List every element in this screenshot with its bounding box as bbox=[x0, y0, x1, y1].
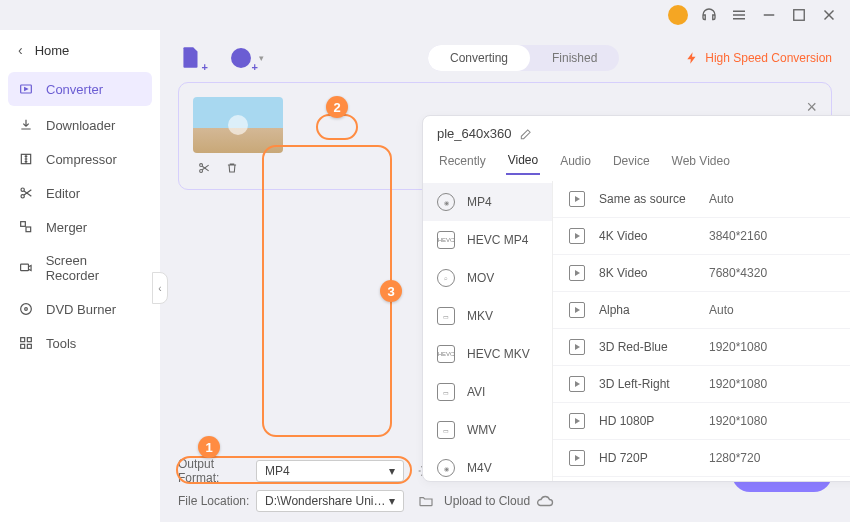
upload-cloud-label: Upload to Cloud bbox=[444, 494, 530, 508]
svg-point-10 bbox=[21, 188, 24, 191]
edit-title-icon[interactable] bbox=[519, 127, 533, 141]
converter-icon bbox=[18, 81, 34, 97]
format-hevc-mp4[interactable]: HEVCHEVC MP4 bbox=[423, 221, 552, 259]
support-icon[interactable] bbox=[700, 6, 718, 24]
popup-tab-video[interactable]: Video bbox=[506, 147, 540, 175]
format-icon: HEVC bbox=[437, 231, 455, 249]
resolution-row[interactable]: 4K Video3840*2160 bbox=[553, 218, 850, 255]
svg-point-11 bbox=[21, 195, 24, 198]
sidebar-label: Screen Recorder bbox=[46, 253, 142, 283]
sidebar-home[interactable]: ‹ Home bbox=[0, 36, 160, 64]
add-file-button[interactable]: + bbox=[178, 45, 204, 71]
svg-point-23 bbox=[200, 169, 203, 172]
open-folder-icon[interactable] bbox=[418, 493, 434, 509]
format-icon: ◉ bbox=[437, 193, 455, 211]
resolution-row[interactable]: 8K Video7680*4320 bbox=[553, 255, 850, 292]
sidebar-label: DVD Burner bbox=[46, 302, 116, 317]
format-m4v[interactable]: ◉M4V bbox=[423, 449, 552, 481]
menu-icon[interactable] bbox=[730, 6, 748, 24]
video-thumbnail[interactable] bbox=[193, 97, 283, 153]
merge-icon bbox=[18, 219, 34, 235]
sidebar-label: Compressor bbox=[46, 152, 117, 167]
resolution-row[interactable]: 3D Left-Right1920*1080 bbox=[553, 366, 850, 403]
resolution-row[interactable]: 3D Red-Blue1920*1080 bbox=[553, 329, 850, 366]
sidebar-item-dvd-burner[interactable]: DVD Burner bbox=[0, 292, 160, 326]
sidebar-item-merger[interactable]: Merger bbox=[0, 210, 160, 244]
chevron-down-icon: ▾ bbox=[389, 464, 395, 478]
sidebar-item-downloader[interactable]: Downloader bbox=[0, 108, 160, 142]
minimize-icon[interactable] bbox=[760, 6, 778, 24]
play-icon bbox=[569, 339, 585, 355]
svg-rect-20 bbox=[27, 344, 31, 348]
tab-finished[interactable]: Finished bbox=[530, 45, 619, 71]
svg-point-22 bbox=[200, 164, 203, 167]
titlebar bbox=[0, 0, 850, 30]
disc-icon bbox=[18, 301, 34, 317]
hsc-label: High Speed Conversion bbox=[705, 51, 832, 65]
play-icon bbox=[569, 376, 585, 392]
lightning-icon bbox=[685, 51, 699, 65]
sidebar-item-compressor[interactable]: Compressor bbox=[0, 142, 160, 176]
format-wmv[interactable]: ▭WMV bbox=[423, 411, 552, 449]
plus-icon: + bbox=[252, 61, 258, 73]
format-icon: HEVC bbox=[437, 345, 455, 363]
tab-converting[interactable]: Converting bbox=[428, 45, 530, 71]
cloud-icon[interactable] bbox=[536, 492, 554, 510]
grid-icon bbox=[18, 335, 34, 351]
sidebar-label: Converter bbox=[46, 82, 103, 97]
close-icon[interactable] bbox=[820, 6, 838, 24]
svg-rect-12 bbox=[21, 222, 26, 227]
resolution-row[interactable]: HD 1080P1920*1080 bbox=[553, 403, 850, 440]
sidebar-item-editor[interactable]: Editor bbox=[0, 176, 160, 210]
file-location-select[interactable]: D:\Wondershare UniConverter 1 ▾ bbox=[256, 490, 404, 512]
play-icon bbox=[569, 265, 585, 281]
step-2-badge: 2 bbox=[326, 96, 348, 118]
resolution-row[interactable]: AlphaAuto bbox=[553, 292, 850, 329]
sidebar-label: Merger bbox=[46, 220, 87, 235]
home-label: Home bbox=[35, 43, 70, 58]
format-hevc-mkv[interactable]: HEVCHEVC MKV bbox=[423, 335, 552, 373]
svg-rect-18 bbox=[27, 338, 31, 342]
format-mp4[interactable]: ◉MP4 bbox=[423, 183, 552, 221]
plus-icon: + bbox=[202, 61, 208, 73]
file-name: ple_640x360 bbox=[437, 126, 511, 141]
trash-icon[interactable] bbox=[225, 161, 239, 175]
sidebar-item-converter[interactable]: Converter bbox=[8, 72, 152, 106]
sidebar-label: Editor bbox=[46, 186, 80, 201]
play-icon bbox=[569, 450, 585, 466]
sidebar-item-screen-recorder[interactable]: Screen Recorder bbox=[0, 244, 160, 292]
status-segmented: Converting Finished bbox=[428, 45, 619, 71]
format-icon: ▭ bbox=[437, 421, 455, 439]
output-format-label: Output Format: bbox=[178, 457, 256, 485]
high-speed-toggle[interactable]: High Speed Conversion bbox=[685, 51, 832, 65]
popup-tab-recently[interactable]: Recently bbox=[437, 148, 488, 174]
file-location-label: File Location: bbox=[178, 494, 256, 508]
step-3-badge: 3 bbox=[380, 280, 402, 302]
resolution-row[interactable]: Same as sourceAuto bbox=[553, 181, 850, 218]
sidebar-item-tools[interactable]: Tools bbox=[0, 326, 160, 360]
scissors-icon bbox=[18, 185, 34, 201]
resolution-row[interactable]: HD 720P1280*720 bbox=[553, 440, 850, 477]
svg-rect-19 bbox=[21, 344, 25, 348]
format-popup: ple_640x360 Recently Video Audio Device … bbox=[422, 115, 850, 482]
format-mov[interactable]: ⌕MOV bbox=[423, 259, 552, 297]
maximize-icon[interactable] bbox=[790, 6, 808, 24]
step-1-badge: 1 bbox=[198, 436, 220, 458]
format-avi[interactable]: ▭AVI bbox=[423, 373, 552, 411]
user-avatar[interactable] bbox=[668, 5, 688, 25]
format-icon: ⌕ bbox=[437, 269, 455, 287]
format-icon: ▭ bbox=[437, 307, 455, 325]
popup-tab-webvideo[interactable]: Web Video bbox=[670, 148, 732, 174]
svg-rect-14 bbox=[21, 264, 29, 271]
popup-tab-device[interactable]: Device bbox=[611, 148, 652, 174]
output-format-select[interactable]: MP4 ▾ bbox=[256, 460, 404, 482]
compress-icon bbox=[18, 151, 34, 167]
svg-rect-13 bbox=[26, 227, 31, 232]
topbar: + + ▾ Converting Finished High Speed Con… bbox=[178, 34, 832, 82]
svg-rect-17 bbox=[21, 338, 25, 342]
add-url-button[interactable]: + ▾ bbox=[228, 45, 254, 71]
popup-tab-audio[interactable]: Audio bbox=[558, 148, 593, 174]
format-mkv[interactable]: ▭MKV bbox=[423, 297, 552, 335]
play-icon bbox=[569, 191, 585, 207]
cut-icon[interactable] bbox=[197, 161, 211, 175]
